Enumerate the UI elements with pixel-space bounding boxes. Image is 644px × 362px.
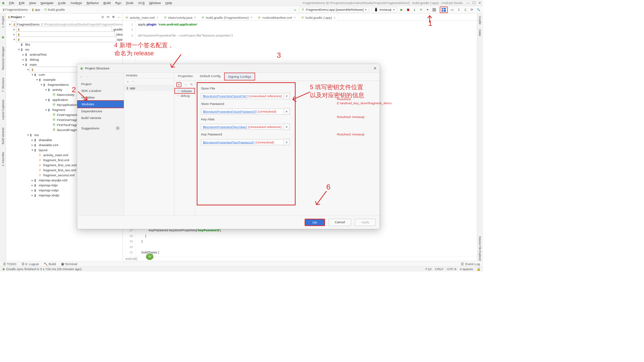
search-icon[interactable]: 🔍 [477,8,481,12]
dialog-fwd-icon[interactable]: → [86,75,89,78]
tree-node[interactable]: ▸▮androidTest [6,52,122,57]
apply-button[interactable]: Apply [355,219,376,226]
side-buildvariants[interactable]: Build Variants [77,114,124,121]
dropdown-key-password[interactable]: ▾ [284,139,290,145]
menu-build[interactable]: Build [103,1,111,5]
side-variables[interactable]: Variables [77,94,124,101]
menu-run[interactable]: Run [115,1,121,5]
code-body-bot[interactable]: keyPassword keystoreProperties['keyPassw… [136,227,223,256]
dropdown-store-file[interactable]: ▾ [284,93,290,100]
input-key-password[interactable]: $keystoreProperties['keyPassword'] (Unre… [201,139,283,145]
window-maximize[interactable] [473,1,475,5]
menu-help[interactable]: Help [165,1,172,5]
tab-properties[interactable]: Properties [174,73,196,80]
menu-refactor[interactable]: Refactor [87,1,99,5]
layout-icon[interactable]: ▯ [464,8,468,12]
tw-logcat[interactable]: ☰ 6: Logcat [21,262,39,266]
project-dropdown[interactable]: ▮ Project ▾ [8,15,25,19]
crumb-file[interactable]: ⟳ build.gradle [44,8,65,11]
side-project[interactable]: Project [77,80,124,87]
sync-gradle-icon[interactable]: ⟳ [470,8,474,12]
cancel-button[interactable]: Cancel [329,219,352,226]
signing-remove-button[interactable]: − [185,83,187,86]
tw-todo[interactable]: ☰ TODO [3,262,16,266]
close-icon[interactable]: ✕ [333,16,336,19]
dropdown-key-alias[interactable]: ▾ [284,123,290,130]
dialog-back-icon[interactable]: ← [80,75,83,78]
tab-signing-configs[interactable]: Signing Configs [224,73,255,80]
menu-view[interactable]: View [29,1,36,5]
project-structure-button[interactable] [440,6,448,13]
stop-icon[interactable] [432,8,436,12]
editor-tab[interactable]: ⟳AndroidManifest.xml✕ [255,14,299,20]
side-suggestions[interactable]: Suggestions [77,125,124,131]
tree-node[interactable]: ▮libs [6,42,122,47]
tree-node[interactable]: ▸▮.idea [6,32,122,37]
side-sdk[interactable]: SDK Location [77,87,124,94]
rail-project[interactable]: 1: Project [1,16,4,28]
locate-icon[interactable]: ⊕ [101,15,104,19]
rail-resmgr[interactable]: Resource Manager [1,47,4,70]
crumb-app[interactable]: ▮ app [32,8,40,11]
sync-icon[interactable]: ↘ [293,8,297,12]
status-caret[interactable]: 7:10 [425,267,431,271]
module-app[interactable]: ▮ app [124,85,174,91]
module-add-icon[interactable]: ＋ [126,79,129,84]
rail-structure[interactable]: 7: Structure [1,78,4,92]
debug-icon[interactable]: 🐞 [406,8,410,12]
menu-code[interactable]: Code [58,1,66,5]
menu-vcs[interactable]: VCS [138,1,145,5]
module-remove-icon[interactable]: − [132,79,135,84]
status-encoding[interactable]: UTF-8 [447,267,457,271]
tw-eventlog[interactable]: ☰ Event Log [461,262,480,266]
tree-node[interactable]: ▾▮app [6,37,122,42]
profile-icon[interactable]: ⟳ [419,8,423,12]
signing-release[interactable]: ⊸ release [174,88,195,94]
editor-tab[interactable]: ⟳activity_main.xml✕ [123,14,161,20]
close-icon[interactable]: ✕ [194,16,196,19]
menu-file[interactable]: File [9,1,14,5]
dialog-close-icon[interactable]: ✕ [373,66,377,71]
sdk-icon[interactable]: ⇩ [457,8,461,12]
menu-window[interactable]: Window [149,1,161,5]
dropdown-store-password[interactable]: ▾ [284,108,290,115]
signing-edit-button[interactable]: ✎ [190,83,193,86]
settings-icon[interactable]: ✱ [112,15,115,19]
attach-icon[interactable]: ✶ [426,8,430,12]
menu-navigate[interactable]: Navigate [41,1,53,5]
side-dependencies[interactable]: Dependencies [77,108,124,114]
menu-edit[interactable]: Edit [19,1,24,5]
code-breadcrumb[interactable]: android{} [123,256,477,261]
tree-node[interactable]: ▸▮.gradle [6,27,122,32]
input-key-alias[interactable]: $keystoreProperties['keyAlias'] (Unresol… [201,124,283,129]
close-icon[interactable]: ✕ [156,16,159,19]
window-minimize[interactable]: — [467,1,470,5]
rail-favorites[interactable]: 2: Favorites [1,152,4,166]
collapse-icon[interactable]: ⇆ [107,15,109,19]
ok-button[interactable]: OK [305,219,325,226]
rail-make[interactable]: make [479,29,482,36]
signing-add-button[interactable]: + [176,82,181,87]
close-icon[interactable]: ✕ [293,16,296,19]
input-store-password[interactable]: $keystoreProperties['storePassword'] (Un… [201,109,283,114]
rail-gradle[interactable]: Gradle [479,16,482,24]
status-indent[interactable]: 4 spaces [460,267,473,271]
hide-icon[interactable]: — [117,15,121,19]
avd-icon[interactable]: ▭ [450,8,454,12]
input-store-file[interactable]: $keystoreProperties['storeFile'] (Unreso… [201,93,283,99]
tw-build[interactable]: 🔨 Build [44,262,56,266]
rail-build-variants[interactable]: Build Variants [1,127,4,144]
tree-node[interactable]: ▾▮src [6,47,122,52]
menu-analyze[interactable]: Analyze [70,1,82,5]
close-icon[interactable]: ✕ [250,16,253,19]
menu-tools[interactable]: Tools [126,1,133,5]
editor-tab[interactable]: ⟳build.gradle (FragmentDemo)✕ [199,14,255,20]
status-lineend[interactable]: CRLF [435,267,443,271]
coverage-icon[interactable]: ⤓ [413,8,417,12]
tree-node[interactable]: ▸▮debug [6,57,122,62]
signing-debug[interactable]: ⊸ debug [174,93,195,98]
crumb-root[interactable]: ▮ FragmentDemo [3,8,28,11]
run-icon[interactable]: ▶ [399,8,404,12]
device-selector[interactable]: 📱imxiaoqi▾ [372,7,397,12]
editor-tab[interactable]: ⟳MainActivity.java✕ [161,14,199,20]
